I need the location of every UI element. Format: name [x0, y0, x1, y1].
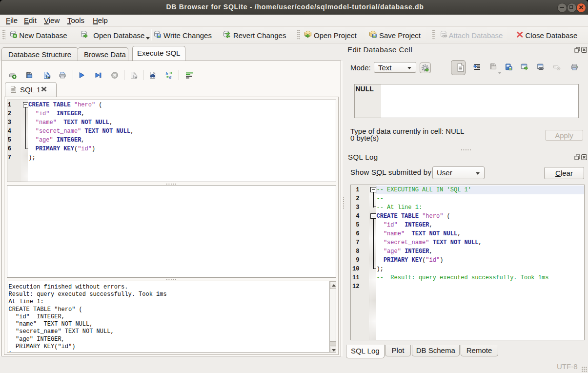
svg-text:a: a	[169, 75, 171, 80]
svg-text:b: b	[165, 71, 168, 76]
